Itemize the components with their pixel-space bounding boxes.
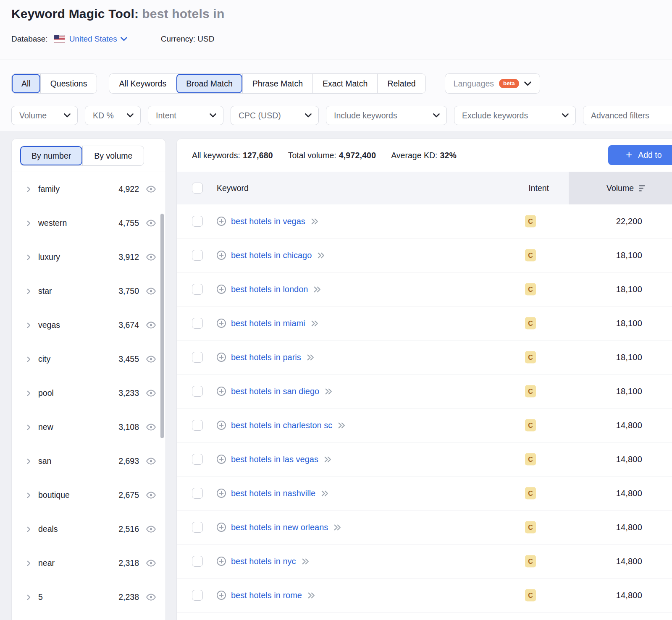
- sidebar-group-row[interactable]: luxury 3,912: [12, 240, 165, 274]
- double-chevron-icon[interactable]: [307, 591, 316, 600]
- row-checkbox[interactable]: [192, 488, 203, 499]
- row-checkbox[interactable]: [192, 454, 203, 465]
- sidebar-group-row[interactable]: deals 2,516: [12, 512, 165, 546]
- double-chevron-icon[interactable]: [301, 557, 310, 566]
- row-checkbox[interactable]: [192, 386, 203, 397]
- row-checkbox[interactable]: [192, 318, 203, 329]
- keyword-link[interactable]: best hotels in paris: [231, 353, 301, 362]
- row-checkbox[interactable]: [192, 556, 203, 567]
- by-number-toggle[interactable]: By number: [20, 146, 82, 165]
- double-chevron-icon[interactable]: [333, 523, 342, 532]
- row-checkbox[interactable]: [192, 216, 203, 227]
- tab-broad-match[interactable]: Broad Match: [176, 74, 242, 93]
- chevron-right-icon[interactable]: [25, 390, 32, 397]
- keyword-link[interactable]: best hotels in chicago: [231, 251, 312, 260]
- add-keyword-icon[interactable]: [216, 454, 226, 464]
- select-all-checkbox[interactable]: [192, 183, 203, 194]
- double-chevron-icon[interactable]: [320, 489, 330, 498]
- add-keyword-icon[interactable]: [216, 590, 226, 600]
- advanced-filters-dropdown[interactable]: Advanced filters: [583, 106, 672, 125]
- exclude-keywords-dropdown[interactable]: Exclude keywords: [454, 106, 576, 125]
- eye-icon[interactable]: [146, 218, 156, 228]
- tab-questions[interactable]: Questions: [40, 74, 97, 93]
- eye-icon[interactable]: [146, 286, 156, 296]
- double-chevron-icon[interactable]: [310, 319, 320, 328]
- languages-dropdown[interactable]: Languages beta: [445, 73, 540, 94]
- double-chevron-icon[interactable]: [316, 251, 326, 260]
- sidebar-group-row[interactable]: family 4,922: [12, 172, 165, 206]
- eye-icon[interactable]: [146, 490, 156, 500]
- row-checkbox[interactable]: [192, 420, 203, 431]
- double-chevron-icon[interactable]: [337, 421, 346, 430]
- eye-icon[interactable]: [146, 592, 156, 602]
- chevron-right-icon[interactable]: [25, 356, 32, 363]
- double-chevron-icon[interactable]: [312, 285, 322, 294]
- add-keyword-icon[interactable]: [216, 420, 226, 430]
- chevron-right-icon[interactable]: [25, 492, 32, 499]
- double-chevron-icon[interactable]: [310, 217, 320, 226]
- by-volume-toggle[interactable]: By volume: [82, 146, 144, 165]
- tab-exact-match[interactable]: Exact Match: [312, 74, 377, 93]
- keyword-link[interactable]: best hotels in vegas: [231, 217, 305, 226]
- keyword-link[interactable]: best hotels in charleston sc: [231, 421, 332, 430]
- double-chevron-icon[interactable]: [306, 353, 315, 362]
- eye-icon[interactable]: [146, 422, 156, 432]
- row-checkbox[interactable]: [192, 250, 203, 261]
- intent-filter-dropdown[interactable]: Intent: [148, 106, 223, 125]
- double-chevron-icon[interactable]: [323, 455, 333, 464]
- eye-icon[interactable]: [146, 320, 156, 330]
- add-to-button[interactable]: + Add to: [608, 145, 672, 165]
- kd-filter-dropdown[interactable]: KD %: [85, 106, 141, 125]
- eye-icon[interactable]: [146, 388, 156, 398]
- tab-phrase-match[interactable]: Phrase Match: [242, 74, 312, 93]
- keyword-link[interactable]: best hotels in miami: [231, 319, 305, 328]
- add-keyword-icon[interactable]: [216, 522, 226, 532]
- add-keyword-icon[interactable]: [216, 250, 226, 260]
- sidebar-group-row[interactable]: western 4,755: [12, 206, 165, 240]
- add-keyword-icon[interactable]: [216, 284, 226, 294]
- sidebar-group-row[interactable]: city 3,455: [12, 342, 165, 376]
- eye-icon[interactable]: [146, 184, 156, 194]
- sidebar-group-row[interactable]: new 3,108: [12, 410, 165, 444]
- add-keyword-icon[interactable]: [216, 488, 226, 498]
- chevron-right-icon[interactable]: [25, 560, 32, 567]
- sidebar-group-row[interactable]: vegas 3,674: [12, 308, 165, 342]
- chevron-right-icon[interactable]: [25, 288, 32, 295]
- row-checkbox[interactable]: [192, 284, 203, 295]
- row-checkbox[interactable]: [192, 522, 203, 533]
- chevron-right-icon[interactable]: [25, 424, 32, 431]
- volume-filter-dropdown[interactable]: Volume: [11, 106, 78, 125]
- cpc-filter-dropdown[interactable]: CPC (USD): [231, 106, 319, 125]
- chevron-right-icon[interactable]: [25, 458, 32, 465]
- chevron-right-icon[interactable]: [25, 186, 32, 193]
- keyword-link[interactable]: best hotels in las vegas: [231, 455, 318, 464]
- tab-all-keywords[interactable]: All Keywords: [109, 74, 176, 93]
- volume-column-header[interactable]: Volume: [569, 172, 672, 204]
- add-keyword-icon[interactable]: [216, 386, 226, 396]
- sidebar-group-row[interactable]: 5 2,238: [12, 580, 165, 614]
- eye-icon[interactable]: [146, 354, 156, 364]
- chevron-right-icon[interactable]: [25, 220, 32, 227]
- sidebar-group-row[interactable]: pool 3,233: [12, 376, 165, 410]
- add-keyword-icon[interactable]: [216, 318, 226, 328]
- add-keyword-icon[interactable]: [216, 352, 226, 362]
- tab-all[interactable]: All: [12, 74, 40, 93]
- sidebar-group-row[interactable]: boutique 2,675: [12, 478, 165, 512]
- eye-icon[interactable]: [146, 252, 156, 262]
- eye-icon[interactable]: [146, 524, 156, 534]
- chevron-right-icon[interactable]: [25, 594, 32, 601]
- sidebar-group-row[interactable]: star 3,750: [12, 274, 165, 308]
- add-keyword-icon[interactable]: [216, 216, 226, 226]
- eye-icon[interactable]: [146, 456, 156, 466]
- sidebar-scrollbar[interactable]: [160, 214, 164, 438]
- keyword-link[interactable]: best hotels in rome: [231, 591, 302, 600]
- keyword-link[interactable]: best hotels in nashville: [231, 489, 315, 498]
- eye-icon[interactable]: [146, 558, 156, 568]
- tab-related[interactable]: Related: [377, 74, 425, 93]
- keyword-link[interactable]: best hotels in new orleans: [231, 523, 328, 532]
- include-keywords-dropdown[interactable]: Include keywords: [326, 106, 447, 125]
- row-checkbox[interactable]: [192, 590, 203, 601]
- keyword-link[interactable]: best hotels in london: [231, 285, 308, 294]
- row-checkbox[interactable]: [192, 352, 203, 363]
- double-chevron-icon[interactable]: [324, 387, 333, 396]
